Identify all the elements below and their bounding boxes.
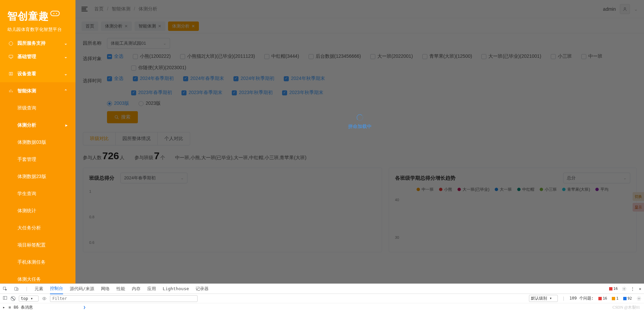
dt-error-badge[interactable]: 16	[609, 286, 618, 291]
sidebar-menu: 园所服务支持 ⌄ 基础管理 ⌄ 设备查看 ⌄ 智能体测 ⌃ 班级查询 体测分析▸…	[0, 39, 75, 283]
caret-right-icon: ▸	[65, 123, 67, 128]
kebab-icon[interactable]: ⋮	[631, 286, 635, 291]
subitem-data23[interactable]: 体测数据23版	[0, 168, 75, 185]
svg-point-10	[638, 298, 640, 299]
app-shell: 智创童趣 幼儿园体育数字化智慧平台 园所服务支持 ⌄ 基础管理 ⌄ 设备查看 ⌄…	[0, 0, 644, 283]
issue-info[interactable]: 92	[623, 296, 632, 301]
close-icon[interactable]: ✕	[639, 286, 641, 291]
spinner-icon	[357, 114, 363, 121]
gear-icon[interactable]	[637, 296, 641, 301]
brand-subtitle: 幼儿园体育数字化智慧平台	[7, 27, 68, 33]
sidebar-toggle-icon[interactable]	[3, 296, 7, 301]
monitor-icon	[8, 54, 13, 59]
subitem-test-stats[interactable]: 体测统计	[0, 202, 75, 219]
sidebar-item-truncated[interactable]: 园所服务支持 ⌄	[0, 39, 75, 48]
chevron-down-icon: ⌄	[64, 72, 67, 76]
subitem-test-analysis[interactable]: 体测分析▸	[0, 117, 75, 134]
devtools-panel: | 元素 控制台 源代码/来源 网络 性能 内存 应用 Lighthouse 记…	[0, 283, 644, 312]
dt-tab-application[interactable]: 应用	[147, 284, 156, 294]
dt-tab-lighthouse[interactable]: Lighthouse	[163, 284, 189, 293]
sidebar-item-device-view[interactable]: 设备查看 ⌄	[0, 65, 75, 82]
svg-rect-8	[3, 296, 7, 299]
subitem-data03[interactable]: 体测数据03版	[0, 134, 75, 151]
dt-tab-sources[interactable]: 源代码/来源	[70, 284, 94, 294]
dt-tab-memory[interactable]: 内存	[132, 284, 141, 294]
gear-icon[interactable]	[622, 286, 627, 291]
dt-tab-console[interactable]: 控制台	[50, 283, 63, 294]
dt-tab-performance[interactable]: 性能	[116, 284, 125, 294]
chevron-down-icon: ⌄	[64, 41, 67, 46]
book-icon	[8, 71, 13, 77]
eye-icon[interactable]	[42, 296, 47, 301]
svg-point-0	[9, 41, 12, 45]
chevron-right-icon[interactable]: ❯	[83, 305, 86, 310]
caret-right-icon[interactable]: ▸	[3, 305, 5, 310]
subitem-class-query[interactable]: 班级查询	[0, 99, 75, 117]
dt-tab-recorder[interactable]: 记录器	[196, 284, 209, 294]
loading-indicator: 拼命加载中	[348, 114, 372, 130]
dt-tab-elements[interactable]: 元素	[35, 284, 43, 294]
chevron-up-icon: ⌃	[64, 89, 67, 93]
issue-warnings[interactable]: 1	[612, 296, 619, 301]
chevron-down-icon: ⌄	[64, 54, 67, 59]
issues-label: 109 个问题:	[570, 296, 594, 301]
device-icon[interactable]	[14, 286, 19, 291]
inspect-icon[interactable]	[3, 286, 7, 291]
clear-icon[interactable]	[11, 296, 15, 301]
subitem-glove-mgmt[interactable]: 手套管理	[0, 151, 75, 168]
support-icon	[8, 41, 13, 46]
filter-input[interactable]	[50, 295, 198, 302]
brand-block: 智创童趣 幼儿园体育数字化智慧平台	[0, 0, 75, 39]
svg-rect-1	[9, 55, 12, 58]
sidebar-item-basic-mgmt[interactable]: 基础管理 ⌄	[0, 48, 75, 65]
sidebar: 智创童趣 幼儿园体育数字化智慧平台 园所服务支持 ⌄ 基础管理 ⌄ 设备查看 ⌄…	[0, 0, 75, 283]
svg-rect-5	[15, 287, 17, 290]
brand-name: 智创童趣	[7, 9, 68, 23]
watermark: CSDN @木裂01	[612, 305, 640, 310]
dt-tab-network[interactable]: 网络	[101, 284, 110, 294]
subitem-tag-config[interactable]: 项目标签配置	[0, 236, 75, 254]
context-select[interactable]: top ▾	[19, 296, 39, 302]
svg-point-9	[44, 298, 45, 299]
sidebar-item-smart-test[interactable]: 智能体测 ⌃	[0, 82, 75, 99]
subitem-phone-task[interactable]: 手机体测任务	[0, 254, 75, 271]
console-message-count: 86 条消息	[13, 305, 33, 310]
list-icon[interactable]: ≡	[8, 305, 10, 310]
chart-icon	[8, 88, 13, 94]
issue-errors[interactable]: 16	[598, 296, 607, 301]
subitem-big-task-analysis[interactable]: 大任务分析	[0, 219, 75, 236]
chat-bubble-icon	[50, 11, 60, 16]
main-area: 拼命加载中 首页/ 智能体测/ 体测分析 admin ⌄ 首页 体测分析✕ 智能…	[75, 0, 644, 283]
svg-point-7	[624, 288, 625, 289]
level-select[interactable]: 默认级别 ▾	[529, 295, 557, 302]
subitem-big-task[interactable]: 体测大任务	[0, 271, 75, 283]
dim-overlay	[75, 0, 644, 283]
subitem-student-query[interactable]: 学生查询	[0, 185, 75, 202]
